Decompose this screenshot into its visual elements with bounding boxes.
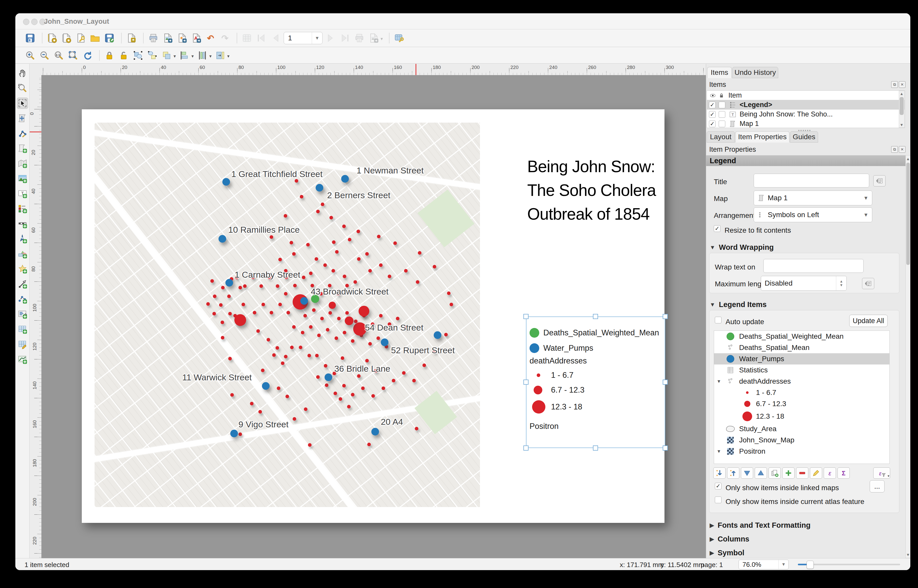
item-row[interactable]: ✓TBeing John Snow: The Soho... [707, 110, 905, 119]
expand-triangle-icon[interactable]: ▼ [717, 379, 721, 384]
add-items-from-template-button[interactable]: ✶ [125, 32, 138, 44]
demote-item-button[interactable] [741, 467, 753, 479]
max-length-spinner[interactable]: Disabled ▲▼ [761, 276, 847, 291]
zoom-layout-button[interactable] [17, 82, 28, 94]
legend-tree-item[interactable]: ▼deathAddresses [714, 376, 889, 387]
selection-handle[interactable] [663, 446, 668, 451]
export-as-pdf-button[interactable]: A [190, 32, 202, 44]
scroll-down-icon[interactable]: ▼ [899, 123, 904, 127]
tab-guides[interactable]: Guides [790, 131, 818, 142]
save-project-button[interactable] [24, 32, 36, 44]
properties-scrollbar[interactable]: ▲ ▼ [905, 155, 910, 558]
legend-item[interactable]: Deaths_Spatial_Weighted_MeanWater_Pumpsd… [526, 317, 665, 448]
raise-selected-items-button[interactable]: ▾ [160, 49, 173, 61]
add-arrow-button[interactable] [17, 278, 28, 290]
selection-handle[interactable] [663, 380, 668, 384]
zoom-full-button[interactable] [67, 49, 79, 61]
save-as-template-button[interactable] [103, 32, 115, 44]
add-label-button[interactable]: T [17, 188, 28, 199]
selection-handle[interactable] [523, 446, 528, 451]
group-items-button[interactable] [132, 49, 144, 61]
section-columns[interactable]: ▶Columns [710, 535, 749, 543]
filter-more-button[interactable]: ... [870, 480, 884, 493]
map-item[interactable]: 1 Great Titchfield Street1 Newman Street… [95, 123, 480, 507]
scroll-up-icon[interactable]: ▲ [899, 91, 904, 96]
layout-canvas[interactable]: 1 Great Titchfield Street1 Newman Street… [41, 75, 706, 558]
data-defined-override-icon[interactable] [862, 278, 874, 289]
tab-undo-history[interactable]: Undo History [732, 67, 778, 78]
tab-layout[interactable]: Layout [707, 131, 735, 142]
legend-tree-item[interactable]: Water_Pumps [714, 353, 889, 365]
item-visibility-checkbox[interactable]: ✓ [709, 102, 716, 108]
resize-selected-items-button[interactable]: ▾ [214, 49, 227, 61]
item-visibility-checkbox[interactable]: ✓ [709, 111, 716, 118]
scroll-down-icon[interactable]: ▼ [906, 552, 910, 557]
add-map-button[interactable] [17, 158, 28, 169]
legend-title-input[interactable] [754, 174, 869, 187]
add-fixed-table-button[interactable] [17, 339, 28, 350]
float-panel-icon[interactable]: ⧉ [891, 81, 898, 88]
add-expression-legend-button[interactable]: Σ [837, 467, 850, 479]
legend-tree-item[interactable]: Study_Area [714, 423, 889, 435]
legend-tree-item[interactable]: Deaths_Spatial_Mean [714, 342, 889, 353]
ungroup-items-button[interactable] [146, 49, 159, 61]
unlock-all-items-button[interactable] [118, 49, 130, 61]
move-item-down-button[interactable] [713, 467, 725, 479]
move-item-content-button[interactable] [17, 113, 28, 124]
add-legend-button[interactable] [17, 203, 28, 214]
legend-tree-item[interactable]: 1 - 6.7 [714, 387, 889, 398]
update-all-button[interactable]: Update All [849, 315, 887, 327]
duplicate-layout-button[interactable] [60, 32, 73, 44]
layout-page[interactable]: 1 Great Titchfield Street1 Newman Street… [82, 109, 664, 523]
move-item-up-button[interactable] [727, 467, 739, 479]
promote-item-button[interactable] [755, 467, 767, 479]
arrangement-select[interactable]: Symbols on Left ▼ [754, 207, 872, 222]
scrollbar-thumb[interactable] [906, 163, 910, 265]
zoom-actual-size-button[interactable]: 1:1 [53, 49, 65, 61]
add-marker-button[interactable] [17, 263, 28, 275]
section-fonts-and-text-formatting[interactable]: ▶Fonts and Text Formatting [710, 521, 810, 530]
add-attribute-table-button[interactable] [17, 324, 28, 335]
open-template-button[interactable] [89, 32, 101, 44]
close-window-button[interactable] [23, 19, 29, 25]
atlas-settings-button[interactable] [393, 32, 405, 44]
selection-handle[interactable] [523, 380, 528, 384]
refresh-view-button[interactable] [81, 49, 94, 61]
export-as-svg-button[interactable]: ✶ [176, 32, 188, 44]
item-lock-checkbox[interactable] [719, 121, 725, 127]
zoom-slider[interactable] [798, 564, 900, 565]
data-defined-override-icon[interactable] [873, 175, 886, 186]
selection-handle[interactable] [523, 314, 528, 319]
atlas-page-combo[interactable]: 1▼ [284, 32, 322, 44]
select-move-item-button[interactable] [17, 98, 28, 109]
auto-update-checkbox[interactable] [715, 317, 722, 323]
align-selected-items-button[interactable]: ▾ [178, 49, 191, 61]
expand-triangle-icon[interactable]: ▼ [717, 449, 721, 454]
add-item-button[interactable] [782, 467, 795, 479]
item-visibility-checkbox[interactable]: ✓ [709, 121, 716, 127]
pan-layout-button[interactable] [17, 68, 28, 79]
print-layout-button[interactable] [147, 32, 159, 44]
scrollbar-thumb[interactable] [900, 97, 904, 115]
add-north-arrow-button[interactable]: N [17, 233, 28, 244]
legend-tree-item[interactable]: 12.3 - 18 [714, 409, 889, 423]
item-expression-button[interactable]: ε [824, 467, 836, 479]
tab-item-properties[interactable]: Item Properties [735, 131, 789, 142]
legend-tree-item[interactable]: John_Snow_Map [714, 435, 889, 446]
minimize-window-button[interactable] [31, 19, 37, 25]
resize-to-fit-checkbox[interactable]: ✓ [714, 225, 720, 232]
selection-handle[interactable] [663, 314, 668, 319]
zoom-in-button[interactable] [24, 49, 36, 61]
new-layout-button[interactable] [46, 32, 58, 44]
zoom-slider-knob[interactable] [806, 561, 814, 569]
scroll-up-icon[interactable]: ▲ [906, 157, 910, 161]
legend-items-section[interactable]: ▼ Legend Items [710, 300, 767, 309]
section-symbol[interactable]: ▶Symbol [710, 549, 745, 557]
add-shape-button[interactable] [17, 248, 28, 260]
word-wrapping-section[interactable]: ▼ Word Wrapping [710, 243, 774, 252]
legend-tree-item[interactable]: ▼Positron [714, 446, 889, 457]
legend-tree-item[interactable]: Statistics [714, 365, 889, 376]
items-scrollbar[interactable]: ▲ ▼ [899, 90, 905, 128]
legend-tree-item[interactable]: 6.7 - 12.3 [714, 398, 889, 409]
export-as-image-button[interactable] [162, 32, 174, 44]
